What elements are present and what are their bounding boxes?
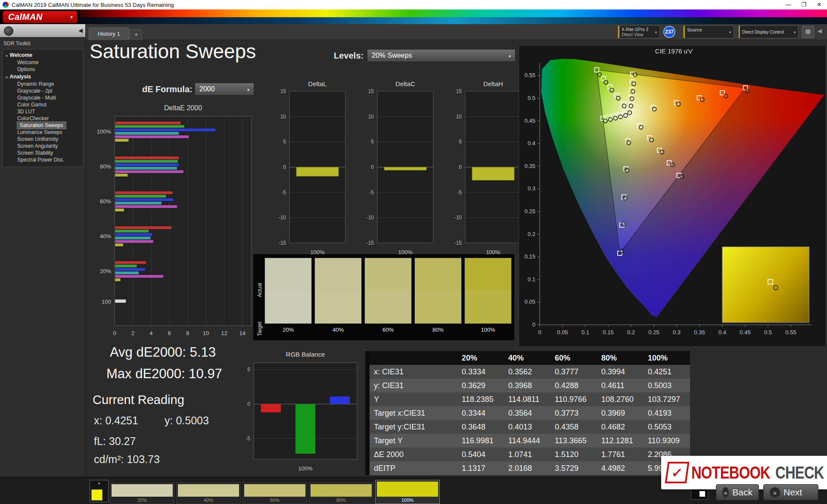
table-row: Target x:CIE310.33440.35640.37730.39690.… [370, 406, 690, 420]
svg-text:10: 10 [456, 114, 462, 120]
back-label: Back [732, 487, 752, 498]
sidebar: ◀ SDR Toolkit ▸WelcomeWelcomeOptions▸Ana… [0, 24, 86, 477]
table-cell: 0.4251 [644, 365, 690, 379]
swatch-actual [415, 258, 461, 291]
table-cell: 0.3648 [457, 420, 504, 434]
deltae2000-chart: 02468101214DeltaE 2000100%80%60%40%20%10… [90, 103, 253, 338]
table-row-label: ΔE 2000 [370, 448, 457, 461]
deltae-bar [115, 191, 173, 194]
current-cdm2: cd/m²: 103.73 [94, 453, 160, 466]
patch-preview-swatch [91, 489, 103, 501]
svg-text:-15: -15 [279, 240, 286, 246]
watermark-text-check: CHECK [775, 463, 824, 482]
table-cell: 0.3969 [597, 406, 644, 420]
chevron-down-icon: ▼ [793, 31, 796, 34]
patch-button-60%[interactable]: 60% [243, 482, 307, 504]
notebookcheck-check-icon: ✓ [665, 462, 689, 483]
sidebar-item-grayscale-multi[interactable]: Grayscale - Multi [3, 94, 83, 101]
svg-text:0.5: 0.5 [764, 329, 772, 336]
sidebar-item-screen-stability[interactable]: Screen Stability [3, 149, 83, 156]
patch-swatch [311, 484, 372, 497]
swatch-target [465, 291, 511, 324]
back-button[interactable]: « Back [716, 484, 759, 501]
close-button[interactable]: ✕ [811, 0, 827, 9]
sidebar-item-grayscale-2pt[interactable]: Grayscale - 2pt [3, 87, 83, 94]
sidebar-item-3d-lut[interactable]: 3D LUT [3, 108, 83, 115]
session-button[interactable] [4, 26, 13, 36]
target-label: Target [257, 322, 263, 336]
meter-reading-badge[interactable]: 237 [663, 26, 675, 38]
next-button[interactable]: » Next [763, 484, 818, 501]
table-cell: 116.9981 [457, 434, 504, 448]
svg-text:0: 0 [113, 330, 116, 336]
svg-text:0.4: 0.4 [718, 329, 726, 336]
table-cell: 1.5120 [550, 448, 597, 461]
tree-arrow-icon: ▸ [6, 53, 8, 58]
source-label: Source [687, 27, 702, 32]
table-cell: 0.4682 [597, 420, 644, 434]
table-column-header: 40% [504, 351, 550, 365]
table-row-label: Target y:CIE31 [370, 420, 457, 434]
sidebar-item-luminance-sweeps[interactable]: Luminance Sweeps [3, 129, 83, 136]
display-control-selector[interactable]: Direct Display Control ▼ [738, 25, 799, 38]
sidebar-item-color-gamut[interactable]: Color Gamut [3, 101, 83, 108]
sidebar-item-colorchecker[interactable]: ColorChecker [3, 115, 83, 122]
patch-button-80%[interactable]: 80% [309, 482, 373, 504]
patch-label: 100% [376, 497, 439, 504]
sidebar-item-welcome[interactable]: Welcome [3, 59, 83, 66]
swatch-actual [465, 258, 511, 291]
maximize-button[interactable]: ❐ [796, 0, 811, 9]
meter-accent [618, 26, 619, 38]
sidebar-item-saturation-sweeps[interactable]: Saturation Sweeps [17, 122, 66, 129]
tab-history-1[interactable]: History 1 [89, 28, 129, 40]
patch-button-40%[interactable]: 40% [176, 482, 241, 504]
svg-text:-15: -15 [367, 240, 374, 246]
sidebar-collapse-icon[interactable]: ◀ [78, 27, 83, 34]
tree-section-label: Analysis [10, 74, 31, 80]
collapse-panel-icon[interactable]: ◀ [818, 28, 822, 34]
de-formula-dropdown[interactable]: 2000 ▼ [195, 83, 254, 96]
sidebar-item-screen-angularity[interactable]: Screen Angularity [3, 143, 83, 149]
add-tab-button[interactable]: + [130, 29, 142, 40]
cie-1976-chart: CIE 1976 u'v'000.050.050.10.10.150.150.2… [519, 46, 827, 346]
calman-menu-button[interactable]: CalMAN ▼ [3, 11, 78, 23]
svg-text:DeltaL: DeltaL [308, 80, 326, 87]
chevron-left-icon: « [722, 487, 729, 498]
table-cell: 0.5404 [457, 448, 504, 461]
table-cell: 1.7761 [597, 448, 644, 461]
source-accent [684, 26, 685, 38]
svg-text:0: 0 [532, 321, 535, 328]
rgb-bar-red [261, 404, 281, 412]
meter-selector[interactable]: X-Rite i1Pro 2 Direct View ▼ [618, 25, 660, 38]
table-cell: 0.5003 [644, 379, 690, 392]
sidebar-item-options[interactable]: Options [3, 66, 83, 73]
svg-text:0.2: 0.2 [528, 231, 535, 237]
patch-button-20%[interactable]: 20% [110, 482, 174, 504]
swatch-100% [464, 258, 512, 324]
deltae-bar [115, 128, 215, 131]
calman-menu-arrow-icon: ▼ [65, 15, 77, 19]
svg-text:10: 10 [280, 114, 286, 120]
workflow-tree: ▸WelcomeWelcomeOptions▸AnalysisDynamic R… [2, 49, 83, 167]
patch-window-preview[interactable]: ▲ [90, 480, 109, 502]
patch-button-100%[interactable]: 100% [375, 480, 440, 504]
deltae-bar [115, 205, 177, 208]
sidebar-item-spectral-power-dist-[interactable]: Spectral Power Dist. [3, 156, 83, 163]
svg-text:0: 0 [459, 164, 462, 170]
deltae-bar [115, 268, 145, 271]
source-selector[interactable]: Source ▼ [683, 25, 734, 38]
sidebar-item-dynamic-range[interactable]: Dynamic Range [3, 81, 83, 87]
table-row-label: Target x:CIE31 [370, 406, 457, 420]
tree-section-analysis[interactable]: ▸Analysis [3, 73, 83, 81]
svg-text:20%: 20% [100, 268, 111, 274]
deltae-bar [115, 261, 146, 264]
settings-gear-icon[interactable]: ⚙ [802, 26, 814, 38]
table-cell: 0.3562 [504, 365, 550, 379]
sidebar-item-screen-uniformity[interactable]: Screen Uniformity [3, 136, 83, 143]
minimize-button[interactable]: — [780, 0, 796, 9]
levels-dropdown[interactable]: 20% Sweeps ▼ [367, 49, 516, 62]
sidebar-header: ◀ [0, 24, 85, 37]
table-cell: 114.0811 [504, 392, 550, 406]
svg-text:DeltaH: DeltaH [483, 80, 503, 87]
tree-section-welcome[interactable]: ▸Welcome [3, 51, 83, 59]
